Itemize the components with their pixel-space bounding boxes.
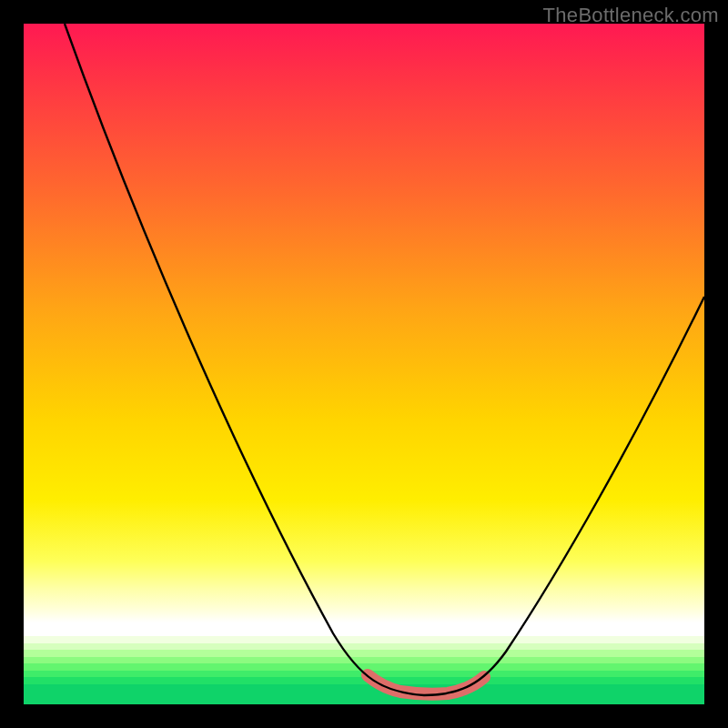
plot-area [24, 24, 704, 704]
chart-frame: TheBottleneck.com [0, 0, 728, 728]
bottleneck-curve [24, 24, 704, 704]
curve-line [65, 24, 704, 695]
curve-highlight [368, 675, 484, 694]
